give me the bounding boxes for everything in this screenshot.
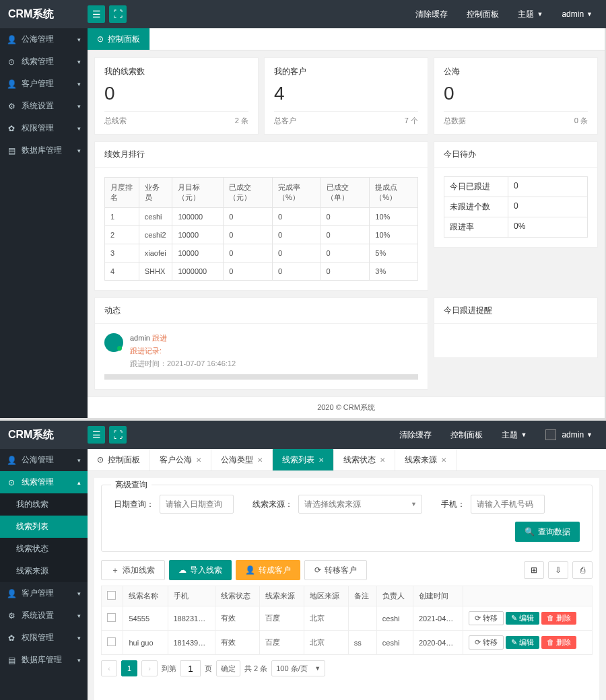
sidebar-item[interactable]: 👤公海管理▾: [0, 28, 88, 50]
stat-card: 我的客户 4 总客户7 个: [264, 57, 428, 135]
menu-toggle-icon[interactable]: ☰: [88, 5, 105, 23]
sidebar-item[interactable]: ✿权限管理▾: [0, 627, 88, 649]
card-value: 0: [104, 83, 248, 104]
card-title: 我的线索数: [104, 66, 248, 77]
pager: ‹ 1 › 到第 页 确定 共 2 条 100 条/页▼: [101, 660, 593, 676]
user-menu[interactable]: admin▼: [562, 9, 593, 19]
import-lead-button[interactable]: ☁导入线索: [169, 560, 232, 580]
home-icon: ⊙: [97, 455, 104, 464]
tab[interactable]: 公海类型✕: [211, 449, 273, 470]
sidebar-subitem[interactable]: 线索列表: [0, 516, 88, 538]
columns-icon[interactable]: ⊞: [524, 561, 544, 579]
next-page[interactable]: ›: [141, 660, 158, 676]
sidebar-subitem[interactable]: 我的线索: [0, 493, 88, 516]
close-icon[interactable]: ✕: [380, 456, 385, 464]
close-icon[interactable]: ✕: [196, 456, 201, 464]
edit-button[interactable]: ✎ 编辑: [506, 636, 539, 649]
today-panel-title: 今日待办: [434, 142, 597, 168]
goto-confirm[interactable]: 确定: [216, 660, 240, 676]
clear-cache-link[interactable]: 清除缓存: [399, 429, 432, 441]
transfer-customer-button[interactable]: ⟳转移客户: [304, 560, 367, 580]
tab[interactable]: 线索来源✕: [395, 449, 457, 470]
avatar: [104, 333, 123, 352]
user-menu[interactable]: admin▼: [545, 429, 593, 440]
menu-icon: ⚙: [7, 102, 16, 111]
home-icon: ⊙: [97, 34, 104, 44]
menu-toggle-icon[interactable]: ☰: [88, 426, 105, 444]
fullscreen-icon[interactable]: ⛶: [109, 426, 127, 444]
close-icon[interactable]: ✕: [441, 456, 446, 464]
tab[interactable]: 客户公海✕: [150, 449, 211, 470]
tabs: ⊙控制面板: [88, 28, 605, 50]
prev-page[interactable]: ‹: [101, 660, 117, 676]
edit-button[interactable]: ✎ 编辑: [506, 612, 539, 625]
sidebar-item[interactable]: ⚙系统设置▾: [0, 604, 88, 627]
sidebar-item[interactable]: ⊙线索管理▾: [0, 50, 88, 73]
checkbox[interactable]: [107, 637, 116, 646]
sidebar-subitem[interactable]: 线索来源: [0, 560, 88, 582]
print-icon[interactable]: ⎙: [572, 561, 593, 579]
menu-icon: ⊙: [7, 57, 16, 67]
tab[interactable]: 线索列表✕: [273, 449, 334, 470]
stat-card: 我的线索数 0 总线索2 条: [94, 57, 259, 135]
card-title: 公海: [444, 66, 588, 77]
date-input[interactable]: [160, 495, 234, 514]
chevron-down-icon: ▾: [77, 125, 81, 132]
sidebar-item[interactable]: ⊙线索管理▴: [0, 471, 88, 493]
theme-menu[interactable]: 主题▼: [518, 9, 543, 20]
fullscreen-icon[interactable]: ⛶: [109, 5, 127, 23]
transfer-button[interactable]: ⟳ 转移: [469, 635, 504, 650]
delete-button[interactable]: 🗑 删除: [541, 612, 576, 625]
sidebar-item[interactable]: ✿权限管理▾: [0, 117, 88, 139]
checkbox[interactable]: [107, 591, 116, 600]
rank-panel-title: 绩效月排行: [95, 142, 428, 168]
dashboard-link[interactable]: 控制面板: [467, 9, 499, 20]
clear-cache-link[interactable]: 清除缓存: [415, 9, 448, 20]
avatar-icon: [545, 429, 556, 440]
sidebar-item[interactable]: ▤数据库管理▾: [0, 139, 88, 162]
add-lead-button[interactable]: ＋添加线索: [101, 560, 165, 580]
chevron-icon: ▾: [77, 612, 81, 619]
tab[interactable]: ⊙控制面板: [88, 449, 150, 470]
chevron-icon: ▾: [77, 457, 81, 464]
table-row: 3xiaofei100000005%: [105, 244, 418, 262]
topbar: CRM系统 ☰ ⛶ 清除缓存 控制面板 主题▼ admin▼: [0, 0, 606, 28]
card-title: 我的客户: [274, 66, 418, 77]
sidebar-subitem[interactable]: 线索状态: [0, 538, 88, 560]
source-select[interactable]: [298, 495, 422, 514]
table-row: 1ceshi10000000010%: [105, 208, 418, 226]
chevron-icon: ▾: [77, 590, 81, 597]
sidebar-item[interactable]: ▤数据库管理▾: [0, 649, 88, 671]
close-icon[interactable]: ✕: [318, 456, 324, 464]
sidebar-item[interactable]: 👤客户管理▾: [0, 582, 88, 604]
cloud-icon: ☁: [178, 565, 187, 575]
page-1[interactable]: 1: [121, 660, 137, 676]
theme-menu[interactable]: 主题▼: [502, 429, 527, 441]
table-row: 54555188231…有效百度北京ceshi2021-04… ⟳ 转移 ✎ 编…: [102, 606, 593, 631]
tab[interactable]: 线索状态✕: [334, 449, 395, 470]
goto-input[interactable]: [180, 660, 201, 676]
sidebar-item[interactable]: ⚙系统设置▾: [0, 95, 88, 117]
transfer-button[interactable]: ⟳ 转移: [469, 611, 504, 625]
tab[interactable]: ⊙控制面板: [88, 28, 150, 50]
checkbox[interactable]: [107, 613, 116, 622]
menu-icon: 👤: [7, 35, 16, 44]
close-icon[interactable]: ✕: [257, 456, 263, 464]
chevron-icon: ▾: [77, 657, 81, 664]
sidebar-item[interactable]: 👤客户管理▾: [0, 73, 88, 95]
card-value: 4: [274, 83, 418, 104]
page-size-select[interactable]: 100 条/页▼: [271, 660, 325, 676]
menu-icon: ⚙: [7, 611, 16, 621]
delete-button[interactable]: 🗑 删除: [541, 636, 576, 649]
convert-customer-button[interactable]: 👤转成客户: [236, 560, 300, 580]
menu-icon: ✿: [7, 124, 16, 133]
menu-icon: ⊙: [7, 478, 16, 487]
today-row: 今日已跟进0: [444, 176, 588, 197]
sidebar-item[interactable]: 👤公海管理▾: [0, 449, 88, 471]
phone-input[interactable]: [471, 495, 545, 514]
menu-icon: ▤: [7, 656, 16, 665]
scrollbar[interactable]: [104, 374, 418, 380]
export-icon[interactable]: ⇩: [548, 561, 568, 579]
search-submit-button[interactable]: 🔍查询数据: [515, 522, 580, 542]
dashboard-link[interactable]: 控制面板: [450, 429, 483, 441]
